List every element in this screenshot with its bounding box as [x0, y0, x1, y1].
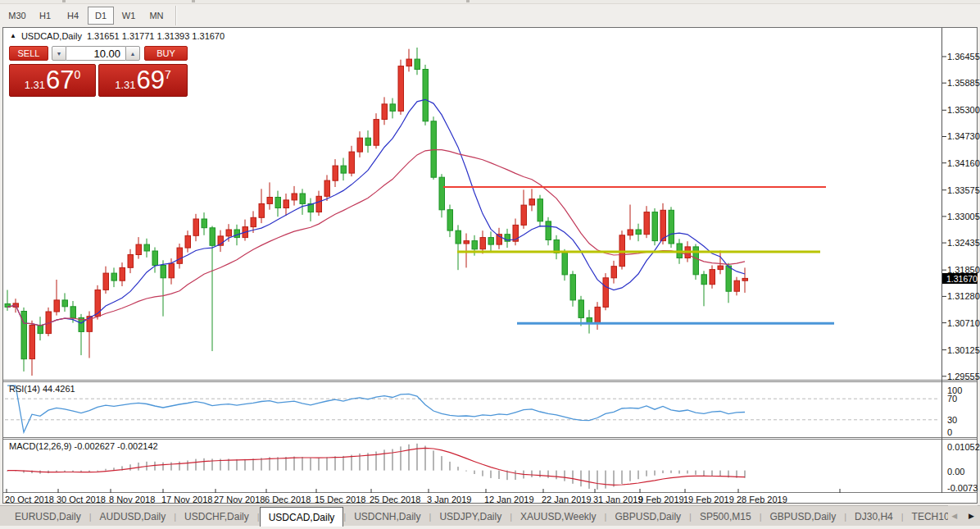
price-axis-label: 1.29555 — [947, 372, 980, 381]
symbol-tab-sp500-8[interactable]: SP500,M15 — [692, 506, 760, 527]
candle — [243, 220, 248, 241]
candle — [415, 48, 420, 75]
candle — [128, 249, 134, 273]
symbol-tab-eurusd-0[interactable]: EURUSD,Daily — [7, 506, 89, 527]
macd-histogram-bar — [703, 471, 705, 477]
candle — [669, 207, 674, 248]
chart-title-row: ▲ USDCAD,Daily 1.31651 1.31771 1.31393 1… — [10, 30, 225, 41]
candle — [636, 224, 642, 242]
macd-histogram-bar — [310, 458, 311, 470]
candle — [513, 219, 519, 246]
macd-histogram-bar — [383, 449, 385, 470]
candle — [718, 251, 724, 275]
macd-histogram-bar — [588, 471, 590, 489]
date-axis-label: 15 Dec 2018 — [315, 495, 365, 504]
macd-histogram-bar — [351, 455, 352, 471]
macd-histogram-bar — [621, 471, 623, 484]
price-chart-canvas[interactable] — [3, 28, 977, 503]
tab-scroll-left-icon[interactable]: ◀ — [951, 512, 957, 520]
candle — [693, 244, 699, 280]
price-axis-label: 1.30125 — [947, 345, 980, 355]
candle — [578, 296, 584, 326]
symbol-tab-usdjpy-5[interactable]: USDJPY,Daily — [431, 506, 510, 527]
candle — [210, 226, 216, 352]
collapse-panel-icon[interactable]: ▲ — [10, 32, 16, 40]
macd-histogram-bar — [252, 458, 254, 470]
candle — [521, 189, 527, 229]
symbol-tab-usdcad-3[interactable]: USDCAD,Daily — [260, 507, 344, 527]
candle — [284, 194, 289, 216]
timeframe-button-mn[interactable]: MN — [143, 7, 170, 25]
triangle-down-icon: ▼ — [57, 51, 62, 57]
candle — [726, 263, 732, 303]
volume-decrease-button[interactable]: ▼ — [52, 46, 66, 61]
candle — [300, 189, 306, 215]
sell-price-pip: 0 — [75, 68, 81, 81]
macd-histogram-bar — [670, 471, 672, 473]
macd-histogram-bar — [474, 471, 475, 474]
candle — [324, 175, 330, 201]
timeframe-button-h4[interactable]: H4 — [60, 7, 86, 25]
candle — [398, 60, 404, 115]
price-axis-label: 1.32435 — [947, 238, 980, 248]
timeframe-button-d1[interactable]: D1 — [88, 7, 114, 25]
date-axis-label: 22 Jan 2019 — [542, 495, 592, 504]
macd-histogram-bar — [138, 463, 139, 471]
macd-histogram-bar — [662, 471, 664, 473]
price-axis-label: 1.36455 — [947, 52, 980, 62]
candle — [177, 244, 183, 269]
symbol-tab-gbpusd-7[interactable]: GBPUSD,Daily — [606, 506, 689, 527]
candle — [742, 267, 748, 293]
symbol-tab-xauusd-6[interactable]: XAUUSD,Weekly — [512, 506, 604, 527]
date-axis-label: 30 Oct 2018 — [57, 495, 106, 504]
symbol-tab-audusd-1[interactable]: AUDUSD,Daily — [92, 506, 175, 527]
candle — [644, 206, 650, 238]
buy-price-prefix: 1.31 — [115, 79, 135, 91]
sell-button[interactable]: SELL — [9, 46, 48, 61]
candle — [431, 116, 437, 180]
macd-histogram-bar — [162, 463, 164, 471]
candle — [382, 97, 388, 125]
tab-scroll-right-icon[interactable]: ▶ — [969, 512, 974, 520]
sell-price-tile[interactable]: 1.31 67 0 — [9, 64, 96, 97]
candle — [480, 230, 486, 253]
symbol-tab-gbpusd-9[interactable]: GBPUSD,Daily — [762, 506, 845, 527]
macd-histogram-bar — [629, 471, 631, 481]
candle — [202, 212, 207, 235]
candle — [619, 230, 625, 269]
timeframe-button-m30[interactable]: M30 — [4, 7, 30, 25]
toolbar-fragment — [466, 0, 470, 2]
volume-increase-button[interactable]: ▲ — [125, 46, 140, 61]
macd-histogram-bar — [170, 463, 172, 471]
candle — [316, 191, 322, 217]
date-axis-label: 17 Nov 2018 — [161, 495, 212, 504]
buy-price-tile[interactable]: 1.31 69 7 — [98, 64, 188, 97]
macd-histogram-bar — [343, 456, 344, 471]
timeframe-button-w1[interactable]: W1 — [116, 7, 142, 25]
timeframe-button-h1[interactable]: H1 — [32, 7, 58, 25]
macd-histogram-bar — [416, 444, 418, 471]
candle — [193, 214, 199, 241]
macd-histogram-bar — [613, 471, 615, 487]
macd-histogram-bar — [580, 471, 582, 487]
price-axis-label: 1.31280 — [947, 291, 980, 301]
volume-input[interactable] — [66, 46, 125, 61]
candle — [341, 158, 347, 181]
buy-button[interactable]: BUY — [144, 46, 188, 61]
symbol-tab-usdcnh-4[interactable]: USDCNH,Daily — [346, 506, 429, 527]
date-axis-label: 12 Jan 2019 — [484, 495, 534, 504]
candle — [611, 261, 617, 284]
application-window: M30H1H4D1W1MN ▲ USDCAD,Daily 1.31651 1.3… — [0, 0, 980, 529]
candle — [111, 267, 117, 287]
macd-histogram-bar — [719, 471, 721, 477]
candle — [423, 65, 429, 125]
symbol-tab-dj30-10[interactable]: DJ30,H4 — [846, 506, 901, 527]
candle — [5, 290, 11, 311]
candle — [734, 277, 740, 296]
macd-histogram-bar — [187, 461, 188, 471]
symbol-tab-usdchf-2[interactable]: USDCHF,Daily — [176, 506, 257, 527]
price-axis-label: 1.30710 — [947, 318, 980, 328]
macd-histogram-bar — [293, 457, 295, 471]
candle — [185, 230, 191, 253]
candle — [562, 249, 568, 280]
